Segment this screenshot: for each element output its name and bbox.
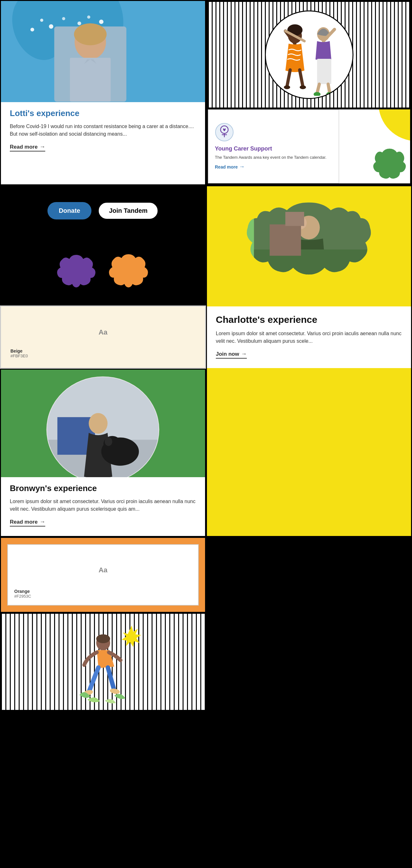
svg-point-56: [96, 634, 110, 643]
svg-rect-14: [70, 58, 111, 102]
arrow-icon: →: [39, 144, 45, 150]
svg-point-6: [49, 24, 54, 29]
charlotte-text: Lorem ipsum dolor sit amet consectetur. …: [216, 330, 402, 345]
bronwyn-image: [1, 370, 205, 477]
orange-flower-shape: [106, 249, 151, 293]
beige-swatch-labels: Beige #FBF3E0: [10, 348, 196, 358]
shapes-cell: [0, 236, 206, 306]
charlotte-bg-svg: [207, 186, 411, 306]
orange-swatch-cell: Aa Orange #F2953C: [0, 537, 206, 613]
svg-point-5: [40, 19, 43, 22]
lotti-bg-svg: [1, 1, 205, 102]
lotti-card: Lotti's experience Before Covid-19 I wou…: [0, 0, 206, 185]
svg-point-4: [30, 28, 34, 32]
green-flower-deco: [372, 146, 407, 180]
svg-point-9: [87, 16, 90, 19]
orange-swatch-hex: #F2953C: [14, 594, 192, 598]
young-carer-deco: [339, 110, 410, 183]
svg-rect-42: [270, 224, 301, 256]
dancers-circle: [265, 10, 353, 99]
yellow-deco-shape: [379, 110, 410, 141]
runner-cell: [0, 613, 206, 711]
lotti-read-more-link[interactable]: Read more →: [10, 144, 45, 152]
young-carer-title: Young Carer Support: [215, 146, 332, 152]
young-carer-arrow-icon: →: [239, 163, 245, 170]
young-carer-text: The Tandem Awards area key event on the …: [215, 155, 332, 160]
beige-swatch-aa: Aa: [10, 316, 196, 348]
join-tandem-button[interactable]: Join Tandem: [98, 202, 158, 220]
svg-point-23: [284, 85, 290, 89]
buttons-cell: Donate Join Tandem: [0, 185, 206, 236]
dancers-svg: [268, 13, 350, 96]
bronwyn-arrow-icon: →: [39, 519, 45, 525]
charlotte-join-now-label: Join now: [216, 351, 239, 357]
svg-point-17: [269, 14, 350, 95]
bronwyn-bg-svg: [1, 370, 205, 477]
dancers-cell: [207, 1, 411, 108]
purple-flower-shape: [56, 250, 97, 291]
lotti-content: Lotti's experience Before Covid-19 I wou…: [1, 102, 205, 158]
young-carer-icon: [215, 123, 234, 142]
svg-point-10: [99, 20, 104, 24]
beige-swatch-cell: Aa Beige #FBF3E0: [0, 306, 206, 369]
donate-button[interactable]: Donate: [48, 202, 92, 219]
orange-swatch-inner: Aa Orange #F2953C: [7, 544, 199, 606]
bronwyn-title: Bronwyn's experience: [10, 484, 196, 493]
runner-spacer: [206, 537, 412, 543]
runner-illustration-svg: [53, 616, 154, 708]
svg-point-24: [300, 85, 306, 89]
bronwyn-read-more-label: Read more: [10, 519, 38, 525]
charlotte-card: Charlotte's experience Lorem ipsum dolor…: [206, 185, 412, 537]
beige-swatch-label: Beige: [10, 348, 196, 353]
lotti-title: Lotti's experience: [10, 108, 196, 118]
svg-point-7: [62, 17, 65, 20]
charlotte-join-now-link[interactable]: Join now →: [216, 351, 247, 359]
orange-swatch-labels: Orange #F2953C: [14, 589, 192, 598]
svg-point-13: [74, 23, 107, 45]
orange-swatch-label: Orange: [14, 589, 192, 594]
charlotte-arrow-icon: →: [241, 351, 247, 357]
svg-point-54: [105, 437, 112, 446]
right-column-top: Young Carer Support The Tandem Awards ar…: [206, 0, 412, 185]
svg-rect-43: [286, 212, 304, 226]
lotti-read-more-label: Read more: [10, 144, 38, 150]
lotti-image: [1, 1, 205, 102]
svg-point-51: [89, 413, 107, 434]
svg-line-29: [317, 84, 319, 93]
bronwyn-read-more-link[interactable]: Read more →: [10, 519, 45, 526]
young-carer-card-inner: Young Carer Support The Tandem Awards ar…: [208, 110, 339, 183]
svg-point-8: [78, 22, 81, 25]
bronwyn-card: Bronwyn's experience Lorem ipsum dolor s…: [0, 369, 206, 537]
lotti-text: Before Covid-19 I would run into constan…: [10, 123, 196, 138]
beige-swatch-hex: #FBF3E0: [10, 353, 196, 358]
young-carer-read-more-label: Read more: [215, 164, 238, 169]
svg-rect-28: [317, 59, 331, 84]
charlotte-content: Charlotte's experience Lorem ipsum dolor…: [207, 306, 411, 368]
charlotte-image: [207, 186, 411, 306]
orange-swatch-aa: Aa: [14, 551, 192, 589]
bronwyn-text: Lorem ipsum dolor sit amet consectetur. …: [10, 498, 196, 513]
charlotte-title: Charlotte's experience: [216, 314, 402, 326]
svg-point-32: [326, 92, 333, 96]
young-carer-read-more-link[interactable]: Read more →: [215, 163, 332, 170]
young-carer-cell: Young Carer Support The Tandem Awards ar…: [207, 108, 411, 184]
svg-point-58: [109, 688, 120, 694]
bronwyn-content: Bronwyn's experience Lorem ipsum dolor s…: [1, 477, 205, 536]
svg-line-30: [328, 84, 330, 93]
